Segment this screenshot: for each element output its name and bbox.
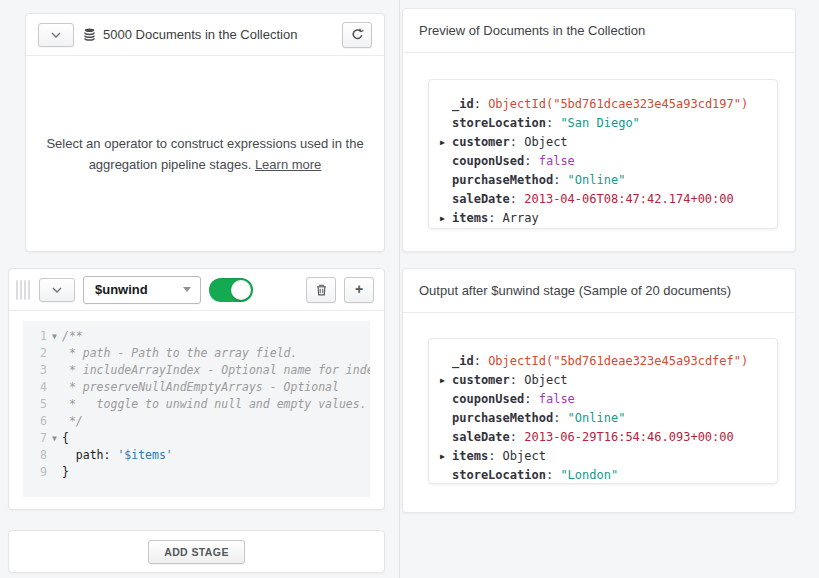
field-colon: : (553, 409, 567, 428)
toggle-knob (231, 280, 251, 300)
field-value: false (539, 152, 575, 171)
source-collection-card: 5000 Documents in the Collection Select … (25, 13, 385, 252)
field-colon: : (524, 390, 538, 409)
field-key: saleDate (452, 190, 510, 209)
caret-spacer (438, 114, 452, 133)
chevron-down-icon (51, 32, 61, 38)
code-line: 9} (23, 464, 370, 481)
field-key: purchaseMethod (452, 409, 553, 428)
stage-operator-select[interactable]: $unwind (83, 276, 201, 304)
learn-more-link[interactable]: Learn more (255, 157, 321, 172)
document-field: purchaseMethod: "Online" (438, 171, 769, 190)
code-line: 6 */ (23, 413, 370, 430)
field-colon: : (553, 171, 567, 190)
document-field: storeLocation: "San Diego" (438, 114, 769, 133)
document-field: ▶customer: Object (438, 133, 769, 152)
code-text: * preserveNullAndEmptyArrays - Optional (62, 379, 339, 396)
document-field: ▶items: Array (438, 209, 769, 228)
field-value: "Online" (568, 409, 626, 428)
code-segment: path: (62, 448, 117, 462)
field-key: saleDate (452, 428, 510, 447)
caret-spacer (438, 352, 452, 371)
line-number: 7 (23, 430, 47, 447)
add-stage-card: ADD STAGE (8, 530, 385, 573)
fold-spacer (47, 413, 62, 430)
output-panel-title: Output after $unwind stage (Sample of 20… (403, 269, 795, 313)
caret-down-icon (183, 287, 191, 292)
document-field: ▶customer: Object (438, 371, 769, 390)
code-line: 1▼/** (23, 328, 370, 345)
fold-spacer (47, 464, 62, 481)
line-number: 3 (23, 362, 47, 379)
code-line: 7▼{ (23, 430, 370, 447)
add-stage-button[interactable]: ADD STAGE (148, 540, 245, 564)
field-key: _id (452, 352, 474, 371)
add-stage-after-button[interactable]: + (344, 277, 374, 303)
code-line: 3 * includeArrayIndex - Optional name fo… (23, 362, 370, 379)
drag-handle-icon[interactable] (15, 278, 31, 302)
plus-icon: + (355, 282, 363, 296)
code-segment: * preserveNullAndEmptyArrays - Optional (62, 380, 339, 394)
output-document: _id: ObjectId("5bd761deae323e45a93cdfef"… (428, 338, 778, 484)
expand-caret-icon[interactable]: ▶ (438, 447, 452, 466)
chevron-down-icon (52, 287, 62, 293)
document-field: saleDate: 2013-06-29T16:54:46.093+00:00 (438, 428, 769, 447)
line-number: 5 (23, 396, 47, 413)
field-key: couponUsed (452, 390, 524, 409)
field-colon: : (546, 466, 560, 484)
fold-spacer (47, 362, 62, 379)
expand-caret-icon[interactable]: ▶ (438, 209, 452, 228)
code-line: 2 * path - Path to the array field. (23, 345, 370, 362)
code-editor-lines: 1▼/**2 * path - Path to the array field.… (23, 328, 370, 481)
line-number: 8 (23, 447, 47, 464)
field-colon: : (488, 209, 502, 228)
field-key: items (452, 209, 488, 228)
preview-column: Preview of Documents in the Collection _… (401, 0, 819, 578)
field-key: _id (452, 95, 474, 114)
stage-enabled-toggle[interactable] (209, 278, 253, 302)
code-line: 8 path: '$items' (23, 447, 370, 464)
document-field: storeLocation: "London" (438, 466, 769, 484)
expand-caret-icon[interactable]: ▶ (438, 371, 452, 390)
caret-spacer (438, 171, 452, 190)
code-segment: * toggle to unwind null and empty values… (62, 397, 367, 411)
pipeline-builder-column: 5000 Documents in the Collection Select … (0, 0, 400, 578)
field-key: customer (452, 371, 510, 390)
field-colon: : (510, 133, 524, 152)
field-value: Object (503, 447, 546, 466)
code-segment: '$items' (117, 448, 172, 462)
field-colon: : (510, 371, 524, 390)
code-segment: * includeArrayIndex - Optional name for … (62, 363, 370, 377)
source-collection-header: 5000 Documents in the Collection (26, 14, 384, 56)
line-number: 4 (23, 379, 47, 396)
field-colon: : (510, 190, 524, 209)
expand-caret-icon[interactable]: ▶ (438, 133, 452, 152)
caret-spacer (438, 390, 452, 409)
field-colon: : (510, 428, 524, 447)
refresh-button[interactable] (342, 22, 372, 48)
field-value: "San Diego" (560, 114, 639, 133)
fold-caret-icon[interactable]: ▼ (47, 430, 62, 447)
code-text: /** (62, 328, 83, 345)
code-text: * includeArrayIndex - Optional name for … (62, 362, 370, 379)
collapse-button[interactable] (38, 23, 74, 47)
field-value: ObjectId("5bd761deae323e45a93cdfef") (488, 352, 748, 371)
field-key: customer (452, 133, 510, 152)
field-value: "Online" (568, 171, 626, 190)
stage-code-editor[interactable]: 1▼/**2 * path - Path to the array field.… (23, 321, 370, 497)
fold-caret-icon[interactable]: ▼ (47, 328, 62, 345)
trash-icon (316, 284, 327, 296)
fold-spacer (47, 447, 62, 464)
field-key: purchaseMethod (452, 171, 553, 190)
stage-card-unwind: $unwind + 1▼/**2 * path - Path to the ar… (8, 268, 385, 510)
field-value: "London" (560, 466, 618, 484)
fold-spacer (47, 345, 62, 362)
field-value: 2013-06-29T16:54:46.093+00:00 (524, 428, 734, 447)
stage-collapse-button[interactable] (39, 278, 75, 302)
source-collection-body: Select an operator to construct expressi… (26, 57, 384, 251)
line-number: 6 (23, 413, 47, 430)
document-field: purchaseMethod: "Online" (438, 409, 769, 428)
fold-spacer (47, 379, 62, 396)
delete-stage-button[interactable] (306, 277, 336, 303)
code-text: */ (62, 413, 83, 430)
